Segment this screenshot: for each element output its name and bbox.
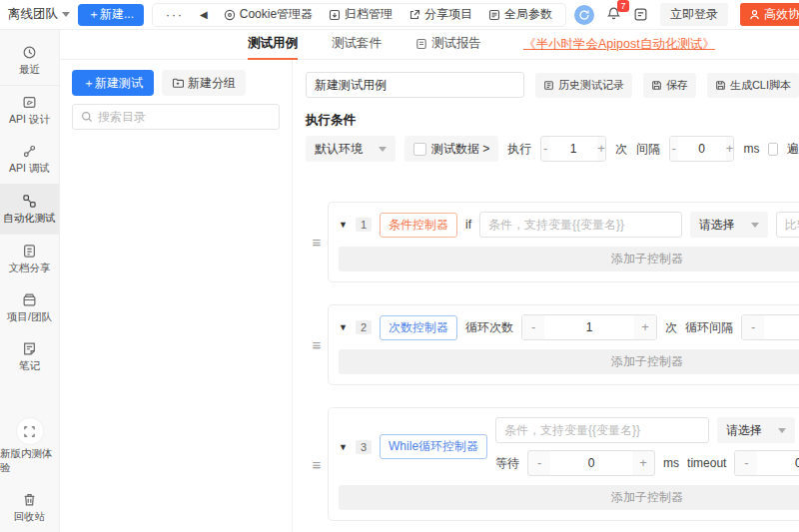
timeout-label: timeout [687, 456, 726, 470]
trash-icon [22, 492, 37, 507]
tab-test-case[interactable]: 测试用例 [248, 30, 298, 60]
exec-label: 执行 [507, 141, 531, 158]
collapse-icon[interactable]: ▼ [339, 220, 348, 230]
team-switcher[interactable]: 离线团队 [8, 6, 70, 23]
while-condition-input[interactable] [495, 417, 709, 443]
minus-button[interactable]: - [522, 315, 544, 339]
condition-input[interactable] [479, 212, 682, 238]
save-icon [651, 80, 662, 91]
extra-checkbox[interactable] [768, 143, 778, 156]
case-name-input[interactable] [306, 72, 524, 98]
search-icon [81, 111, 93, 123]
cookie-manager-button[interactable]: Cookie管理器 [217, 4, 320, 26]
plus-button[interactable]: + [597, 137, 605, 161]
more-button[interactable]: ··· [159, 4, 191, 26]
drag-handle-icon[interactable]: ≡ [306, 234, 328, 251]
collapse-icon[interactable]: ▼ [339, 442, 348, 452]
loop-count-unit: 次 [665, 319, 677, 336]
tab-bar: 测试用例 测试套件 测试报告 《半小时学会Apipost自动化测试》 [60, 30, 799, 60]
new-button[interactable]: ＋新建... [78, 4, 144, 26]
save-button[interactable]: 保存 [643, 73, 696, 98]
report-icon [415, 38, 427, 50]
loop-count-stepper: - + [521, 314, 657, 340]
timeout-input[interactable] [757, 456, 799, 470]
sidebar-item-project-team[interactable]: 项目/团队 [0, 283, 59, 332]
collapse-icon[interactable]: ▼ [339, 322, 348, 332]
chevron-down-icon [751, 223, 759, 228]
times-unit: 次 [615, 141, 627, 158]
plus-button[interactable]: + [726, 137, 734, 161]
controller-type-badge: 次数控制器 [380, 315, 457, 340]
plus-button[interactable]: + [634, 315, 656, 339]
loop-gap-label: 循环间隔 [685, 319, 733, 336]
sync-status-icon[interactable] [574, 5, 594, 25]
sidebar-item-beta[interactable]: 新版内测体验 [0, 409, 59, 483]
global-params-button[interactable]: 全局参数 [481, 4, 559, 26]
interval-stepper: - + [669, 136, 735, 162]
tutorial-link[interactable]: 《半小时学会Apipost自动化测试》 [523, 36, 715, 53]
minus-button[interactable]: - [742, 315, 764, 339]
sidebar-item-api-design[interactable]: API 设计 [0, 85, 59, 135]
add-child-controller-button[interactable]: 添加子控制器 [339, 349, 799, 374]
archive-manager-button[interactable]: 归档管理 [322, 4, 400, 26]
person-icon [749, 9, 760, 20]
search-input[interactable] [98, 110, 271, 124]
drag-handle-icon[interactable]: ≡ [306, 336, 328, 353]
sidebar-item-doc-share[interactable]: 文档分享 [0, 234, 59, 283]
icon-sidebar: 最近 API 设计 API 调试 自动化测试 文档分享 [0, 30, 60, 532]
controller-while-loop: ≡ ▼ 3 While循环控制器 请选择 [306, 407, 799, 521]
note-icon [22, 341, 37, 356]
automation-icon [22, 194, 37, 209]
compare-value-input[interactable] [776, 212, 799, 238]
chevron-down-icon [379, 147, 387, 152]
extra-label: 遍 [787, 141, 799, 158]
wait-input[interactable] [550, 456, 632, 470]
plus-button[interactable]: + [632, 451, 654, 475]
notifications-button[interactable]: 7 [606, 6, 621, 24]
feedback-button[interactable] [633, 7, 648, 22]
tab-test-suite[interactable]: 测试套件 [332, 30, 382, 60]
box-icon [22, 292, 37, 307]
controller-index: 2 [356, 320, 372, 334]
exec-conditions-title: 执行条件 [306, 112, 799, 129]
share-project-button[interactable]: 分享项目 [401, 4, 479, 26]
sidebar-item-auto-test[interactable]: 自动化测试 [0, 184, 59, 234]
minus-button[interactable]: - [528, 451, 550, 475]
test-data-checkbox[interactable] [413, 143, 426, 156]
timeout-stepper: - + [734, 450, 799, 476]
sidebar-item-recent[interactable]: 最近 [0, 36, 59, 85]
wait-stepper: - + [527, 450, 655, 476]
collab-button[interactable]: 高效协作 [740, 3, 799, 26]
operator-select[interactable]: 请选择 [690, 212, 768, 238]
while-operator-select[interactable]: 请选择 [717, 417, 795, 443]
controller-index: 1 [356, 218, 372, 232]
sidebar-item-notes[interactable]: 笔记 [0, 332, 59, 381]
collapse-sidebar-button[interactable]: ◀ [193, 4, 215, 26]
cookie-icon [224, 9, 236, 21]
new-group-button[interactable]: 新建分组 [162, 70, 246, 96]
test-case-editor: 历史测试记录 保存 生成CLI脚本 执行条 [293, 60, 799, 532]
minus-button[interactable]: - [735, 451, 757, 475]
generate-cli-button[interactable]: 生成CLI脚本 [707, 73, 799, 98]
wait-unit: ms [663, 456, 679, 470]
drag-handle-icon[interactable]: ≡ [306, 456, 328, 473]
if-label: if [465, 218, 471, 232]
minus-button[interactable]: - [670, 137, 678, 161]
notification-badge: 7 [617, 0, 629, 12]
loop-gap-stepper: - + [741, 314, 799, 340]
login-button[interactable]: 立即登录 [660, 3, 728, 26]
minus-button[interactable]: - [541, 137, 549, 161]
test-data-toggle[interactable]: 测试数据 > [404, 136, 498, 162]
sidebar-item-api-debug[interactable]: API 调试 [0, 135, 59, 184]
history-button[interactable]: 历史测试记录 [535, 73, 632, 98]
new-test-button[interactable]: ＋新建测试 [72, 70, 154, 96]
loop-count-input[interactable] [544, 320, 634, 334]
exec-count-input[interactable] [549, 142, 597, 156]
env-select[interactable]: 默认环境 [306, 136, 396, 162]
tab-test-report[interactable]: 测试报告 [415, 30, 481, 60]
add-child-controller-button[interactable]: 添加子控制器 [339, 485, 799, 510]
add-child-controller-button[interactable]: 添加子控制器 [339, 247, 799, 271]
loop-gap-input[interactable] [764, 320, 799, 334]
sidebar-item-trash[interactable]: 回收站 [0, 483, 59, 532]
interval-input[interactable] [678, 142, 726, 156]
